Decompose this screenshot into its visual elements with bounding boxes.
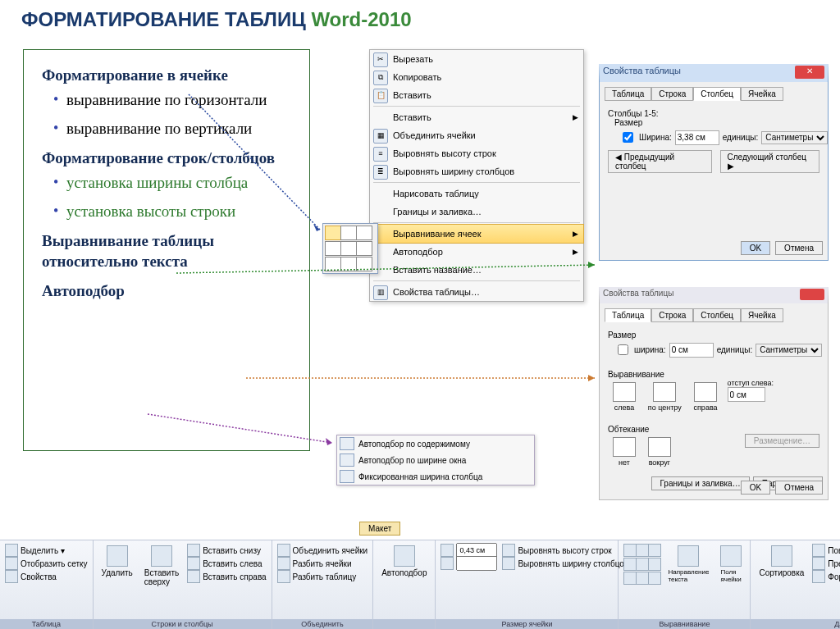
menu-autofit[interactable]: Автоподбор▶ [370, 243, 583, 261]
menu-merge[interactable]: ▦Объединить ячейки [370, 126, 583, 144]
autofit-content[interactable]: Автоподбор по содержимому [337, 435, 534, 452]
tab-cell[interactable]: Ячейка [741, 87, 783, 101]
ok-button[interactable]: OK [741, 241, 770, 255]
align-bc[interactable] [340, 257, 357, 271]
tab-table[interactable]: Таблица [605, 87, 651, 101]
align-ml[interactable] [325, 241, 341, 256]
ribbon-equal-cols[interactable]: Выровнять ширину столбцов [502, 557, 628, 570]
autofit-popup: Автоподбор по содержимому Автоподбор по … [336, 435, 535, 485]
tab-column[interactable]: Столбец [693, 308, 741, 322]
ribbon-select[interactable]: Выделить ▾ [5, 544, 88, 557]
split-icon [277, 557, 290, 570]
ok-button[interactable]: OK [741, 481, 770, 495]
select-icon [5, 544, 18, 557]
ribbon-cell-margins[interactable]: Поля ячейки [717, 544, 745, 585]
ribbon-convert[interactable]: Преобразовать в текст [812, 557, 840, 570]
width-input[interactable] [675, 130, 719, 145]
wrap-around-option[interactable]: вокруг [648, 437, 671, 467]
align-mr[interactable] [356, 241, 372, 256]
menu-paste[interactable]: 📋Вставить [370, 86, 583, 104]
menu-cell-align[interactable]: Выравнивание ячеек▶ [369, 224, 584, 244]
autofit-window[interactable]: Автоподбор по ширине окна [337, 452, 534, 468]
menu-copy[interactable]: ⧉Копировать [370, 68, 583, 86]
ribbon-merge[interactable]: Объединить ячейки [277, 544, 368, 557]
align-cell-icon[interactable] [623, 544, 637, 557]
close-icon[interactable]: ✕ [795, 66, 824, 79]
menu-insert[interactable]: Вставить▶ [370, 108, 583, 126]
rowh-icon [502, 544, 515, 557]
menu-row-height[interactable]: ≡Выровнять высоту строк [370, 144, 583, 162]
text-dir-icon [678, 545, 699, 567]
heading-autofit: Автоподбор [42, 280, 294, 302]
ribbon-delete[interactable]: Удалить [98, 544, 136, 579]
align-label: Выравнивание [608, 370, 819, 379]
grid-icon [5, 557, 18, 570]
close-icon[interactable] [800, 289, 824, 300]
width-input[interactable] [669, 343, 714, 358]
merge-icon [277, 544, 290, 557]
cancel-button[interactable]: Отмена [775, 481, 823, 495]
tab-row[interactable]: Строка [651, 87, 693, 101]
autofit-icon [340, 470, 354, 483]
ribbon-insert-below[interactable]: Вставить снизу [187, 544, 266, 557]
tab-column[interactable]: Столбец [693, 87, 741, 101]
ribbon-repeat-headers[interactable]: Повторить строки заголовков [812, 544, 840, 557]
ribbon-insert-above[interactable]: Вставить сверху [141, 544, 182, 588]
menu-draw[interactable]: Нарисовать таблицу [370, 185, 583, 203]
svg-marker-1 [313, 224, 320, 231]
indent-input[interactable] [728, 387, 765, 402]
wrap-none-option[interactable]: нет [613, 437, 636, 467]
align-tl[interactable] [325, 226, 341, 240]
tab-cell[interactable]: Ячейка [741, 308, 783, 322]
ribbon-grid[interactable]: Отобразить сетку [5, 557, 88, 570]
menu-caption[interactable]: Вставить название… [370, 261, 583, 279]
align-bl[interactable] [325, 257, 341, 271]
ribbon-insert-left[interactable]: Вставить слева [187, 557, 266, 570]
align-br[interactable] [356, 257, 372, 271]
heading-table-align: Выравнивание таблицы относительно текста [42, 230, 294, 272]
menu-props[interactable]: ▥Свойства таблицы… [370, 283, 583, 301]
group-data: Данные [751, 619, 840, 629]
tab-row[interactable]: Строка [651, 308, 693, 322]
next-column-button[interactable]: Следующий столбец ▶ [720, 150, 819, 173]
align-right-option[interactable]: справа [694, 382, 718, 412]
align-center-option[interactable]: по центру [648, 382, 682, 412]
cell-width-input[interactable] [456, 556, 497, 571]
ribbon-autofit[interactable]: Автоподбор [378, 544, 430, 579]
units-select[interactable]: Сантиметры [761, 131, 828, 144]
tab-table[interactable]: Таблица [605, 308, 651, 322]
size-label: Размер [614, 118, 819, 127]
width-checkbox[interactable] [623, 132, 633, 143]
menu-col-width[interactable]: ≣Выровнять ширину столбцов [370, 162, 583, 180]
autofit-icon [340, 454, 354, 467]
cancel-button[interactable]: Отмена [775, 241, 823, 255]
ribbon-tab-layout[interactable]: Макет [359, 522, 400, 536]
ribbon-formula[interactable]: Формула [812, 570, 840, 583]
units-select[interactable]: Сантиметры [756, 344, 822, 357]
indent-label: отступ слева: [728, 379, 774, 387]
copy-icon: ⧉ [373, 71, 388, 85]
convert-icon [812, 557, 825, 570]
align-tr[interactable] [356, 226, 372, 240]
menu-cut[interactable]: ✂Вырезать [370, 50, 583, 68]
width-checkbox[interactable] [618, 344, 628, 355]
table-props-table-dialog: Свойства таблицы Таблица Строка Столбец … [599, 287, 829, 500]
prev-column-button[interactable]: ◀ Предыдущий столбец [608, 150, 712, 173]
split-table-icon [277, 570, 290, 583]
autofit-fixed[interactable]: Фиксированная ширина столбца [337, 468, 534, 485]
borders-button[interactable]: Границы и заливка… [651, 476, 750, 490]
ribbon-props[interactable]: Свойства [5, 570, 88, 583]
align-tc[interactable] [340, 226, 357, 240]
props-icon [5, 570, 18, 583]
menu-borders[interactable]: Границы и заливка… [370, 203, 583, 221]
ribbon-equal-rows[interactable]: Выровнять высоту строк [502, 544, 628, 557]
ribbon-split-cells[interactable]: Разбить ячейки [277, 557, 368, 570]
ribbon-sort[interactable]: Сортировка [756, 544, 807, 579]
ribbon-split-table[interactable]: Разбить таблицу [277, 570, 368, 583]
align-mc[interactable] [340, 241, 357, 256]
align-left-option[interactable]: слева [613, 382, 636, 412]
ribbon-insert-right[interactable]: Вставить справа [187, 570, 266, 583]
margins-icon [720, 545, 742, 567]
bullet-col-width: установка ширины столбца [53, 172, 294, 194]
ribbon-text-dir[interactable]: Направление текста [664, 544, 712, 585]
